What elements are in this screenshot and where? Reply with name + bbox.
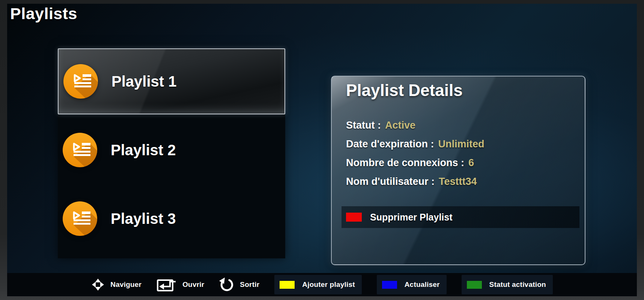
playlist-item-3[interactable]: Playlist 3 xyxy=(58,186,285,252)
detail-row-statut: Statut : Active xyxy=(346,116,484,135)
back-icon xyxy=(219,277,234,292)
playlist-item-label: Playlist 1 xyxy=(111,73,176,90)
hint-label: Sortir xyxy=(240,280,259,289)
yellow-key-action-add-playlist[interactable]: Ajouter playlist xyxy=(274,275,361,294)
playlist-icon xyxy=(63,201,97,236)
blue-key-swatch xyxy=(382,281,397,289)
detail-row-connexions: Nombre de connexions : 6 xyxy=(346,153,484,172)
hint-naviguer: Naviguer xyxy=(91,278,141,291)
playlist-item-2[interactable]: Playlist 2 xyxy=(58,117,285,183)
hint-label: Actualiser xyxy=(405,280,440,289)
hint-label: Ouvrir xyxy=(182,280,204,289)
enter-icon xyxy=(156,277,177,292)
delete-playlist-button[interactable]: Supprimer Playlist xyxy=(342,206,579,228)
detail-label: Date d'expiration : xyxy=(346,138,434,150)
detail-label: Nombre de connexions : xyxy=(346,157,464,169)
details-fields: Statut : Active Date d'expiration : Unli… xyxy=(346,116,484,191)
yellow-key-swatch xyxy=(280,281,295,289)
hint-bar: Naviguer Ouvrir Sortir Ajouter xyxy=(7,273,637,296)
playlist-item-label: Playlist 3 xyxy=(111,210,176,227)
detail-label: Statut : xyxy=(346,120,381,131)
playlist-details-panel: Playlist Details Statut : Active Date d'… xyxy=(331,76,585,265)
dpad-icon xyxy=(91,278,105,291)
green-key-swatch xyxy=(467,281,482,289)
green-key-action-activation-status[interactable]: Statut activation xyxy=(462,275,553,294)
playlist-item-1[interactable]: Playlist 1 xyxy=(58,48,285,114)
detail-value: Testtt34 xyxy=(439,176,477,188)
app-screen: Playlists xyxy=(7,4,637,296)
hint-label: Naviguer xyxy=(110,280,141,289)
blue-key-action-refresh[interactable]: Actualiser xyxy=(377,275,447,294)
delete-playlist-label: Supprimer Playlist xyxy=(370,212,453,223)
hint-sortir: Sortir xyxy=(219,277,259,292)
detail-value: 6 xyxy=(468,157,474,169)
playlist-icon xyxy=(63,133,97,167)
detail-value: Unlimited xyxy=(438,138,484,150)
hint-label: Statut activation xyxy=(489,280,546,289)
detail-value: Active xyxy=(385,120,415,131)
page-title: Playlists xyxy=(10,4,77,23)
tv-frame: Playlists xyxy=(0,0,644,300)
detail-row-expiration: Date d'expiration : Unlimited xyxy=(346,135,484,153)
hint-ouvrir: Ouvrir xyxy=(156,277,204,292)
playlist-item-label: Playlist 2 xyxy=(111,142,176,159)
hint-label: Ajouter playlist xyxy=(302,280,355,289)
detail-label: Nom d'utilisateur : xyxy=(346,176,435,188)
red-key-swatch xyxy=(346,213,362,222)
detail-row-utilisateur: Nom d'utilisateur : Testtt34 xyxy=(346,172,484,191)
playlist-icon xyxy=(63,64,98,99)
details-title: Playlist Details xyxy=(346,81,463,100)
playlist-list-panel: Playlist 1 Playlist 2 Playlist 3 xyxy=(58,48,285,258)
